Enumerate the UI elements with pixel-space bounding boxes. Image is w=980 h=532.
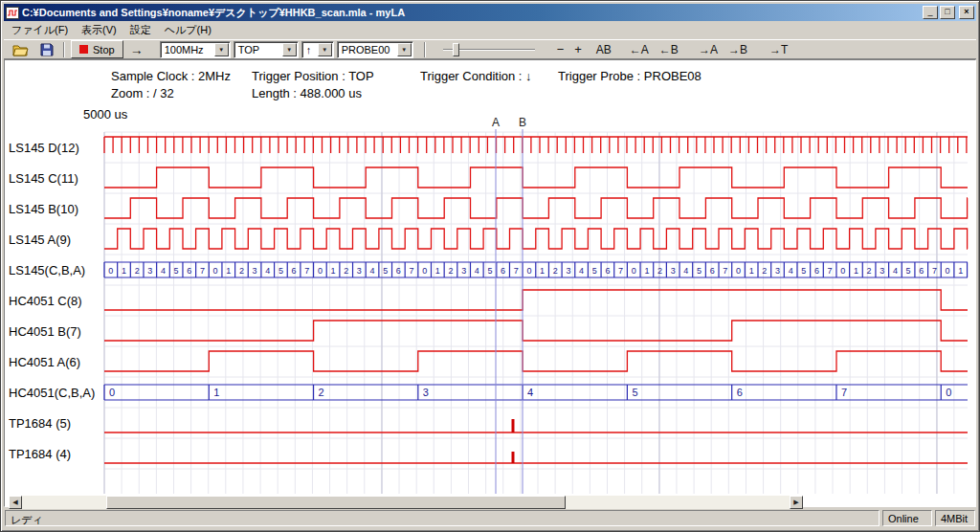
toolbar-separator: [63, 42, 65, 57]
goto-b-right-button[interactable]: →B: [724, 40, 751, 58]
trigger-probe-info: Trigger Probe : PROBE08: [558, 69, 702, 83]
status-online: Online: [882, 510, 932, 526]
app-window: C:¥Documents and Settings¥noname¥デスクトップ¥…: [0, 0, 980, 532]
open-folder-icon: [12, 43, 30, 56]
minimize-button[interactable]: _: [923, 6, 938, 19]
status-message: レディ: [5, 510, 880, 526]
maximize-button[interactable]: □: [940, 6, 955, 19]
trigger-edge-combo[interactable]: ↑ ▼: [301, 41, 334, 58]
dropdown-arrow-icon[interactable]: ▼: [282, 43, 297, 56]
trigger-probe-value: PROBE00: [338, 44, 397, 55]
sample-clock-combo[interactable]: 100MHz ▼: [160, 41, 231, 58]
open-file-button[interactable]: [9, 40, 33, 58]
sample-clock-info: Sample Clock : 2MHz: [111, 69, 231, 83]
dropdown-arrow-icon[interactable]: ▼: [214, 43, 229, 56]
stop-label: Stop: [93, 44, 115, 55]
zoom-out-button[interactable]: −: [553, 40, 568, 58]
trigger-probe-combo[interactable]: PROBE00 ▼: [337, 41, 413, 58]
scrollbar-thumb[interactable]: [106, 496, 566, 509]
status-memory: 4MBit: [935, 510, 975, 526]
time-scale-label: 5000 us: [83, 107, 127, 122]
sample-clock-value: 100MHz: [161, 44, 214, 55]
status-bar: レディ Online 4MBit: [4, 509, 976, 527]
ab-span-button[interactable]: AB: [592, 40, 615, 58]
waveform-area[interactable]: [4, 59, 976, 507]
dropdown-arrow-icon[interactable]: ▼: [318, 43, 332, 56]
title-bar: C:¥Documents and Settings¥noname¥デスクトップ¥…: [4, 4, 976, 21]
menu-file[interactable]: ファイル(F): [5, 20, 75, 40]
goto-trigger-button[interactable]: →T: [766, 40, 791, 58]
stop-button[interactable]: Stop: [71, 40, 123, 58]
app-icon: [6, 7, 19, 19]
scrollbar-track[interactable]: [22, 496, 790, 509]
zoom-slider-thumb[interactable]: [453, 43, 459, 56]
menu-bar: ファイル(F) 表示(V) 設定 ヘルプ(H): [4, 21, 976, 39]
trigger-position-value: TOP: [234, 44, 282, 55]
menu-help[interactable]: ヘルプ(H): [158, 20, 218, 40]
goto-a-left-button[interactable]: ←A: [626, 40, 653, 58]
zoom-in-button[interactable]: +: [570, 40, 586, 58]
toolbar-separator: [424, 42, 426, 57]
horizontal-scrollbar[interactable]: ◀ ▶: [9, 496, 803, 509]
save-floppy-icon: [40, 43, 54, 56]
save-button[interactable]: [36, 40, 57, 58]
run-button[interactable]: →: [126, 40, 147, 58]
window-controls: _ □ ×: [923, 6, 974, 19]
trigger-position-combo[interactable]: TOP ▼: [234, 41, 299, 58]
menu-view[interactable]: 表示(V): [75, 20, 123, 40]
trigger-condition-info: Trigger Condition : ↓: [420, 69, 532, 83]
goto-b-left-button[interactable]: ←B: [656, 40, 682, 58]
trigger-position-info: Trigger Position : TOP: [252, 69, 374, 83]
window-title: C:¥Documents and Settings¥noname¥デスクトップ¥…: [22, 6, 920, 20]
toolbar: Stop → 100MHz ▼ TOP ▼ ↑ ▼ PROBE00 ▼ − + …: [4, 39, 976, 59]
length-info: Length : 488.000 us: [252, 86, 362, 100]
trigger-edge-value: ↑: [302, 44, 318, 55]
zoom-info: Zoom : / 32: [111, 86, 174, 100]
scroll-right-button[interactable]: ▶: [790, 496, 803, 509]
menu-settings[interactable]: 設定: [123, 20, 158, 40]
scroll-left-button[interactable]: ◀: [9, 496, 22, 509]
zoom-slider[interactable]: [441, 41, 537, 58]
stop-icon: [79, 45, 88, 54]
close-button[interactable]: ×: [959, 6, 974, 19]
goto-a-right-button[interactable]: →A: [695, 40, 722, 58]
dropdown-arrow-icon[interactable]: ▼: [397, 43, 412, 56]
